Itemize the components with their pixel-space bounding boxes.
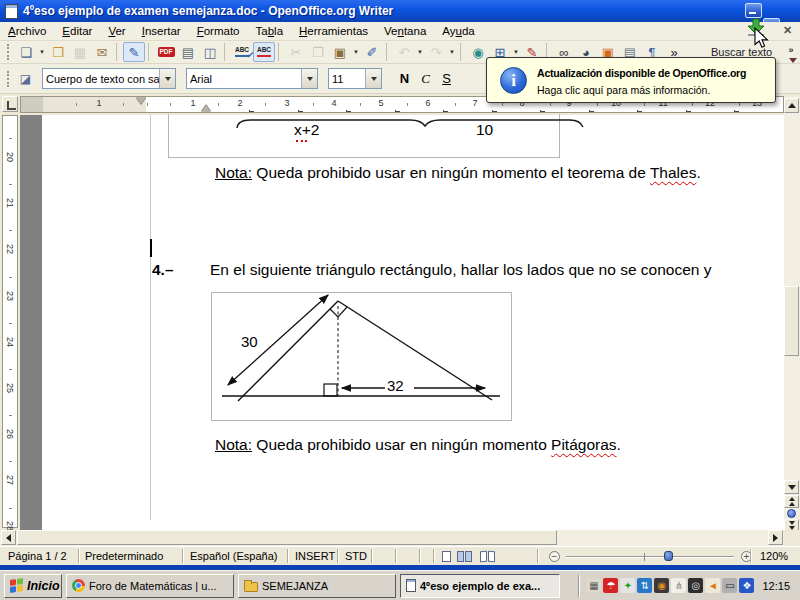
zoom-slider-thumb[interactable] <box>664 551 673 561</box>
single-page-view-icon[interactable] <box>442 551 451 562</box>
vertical-scrollbar[interactable] <box>784 96 800 530</box>
network-status-icon[interactable]: ✦ <box>620 578 635 593</box>
media-player-icon[interactable]: ◉ <box>654 578 669 593</box>
status-page-count[interactable]: Página 1 / 2 <box>8 550 67 562</box>
save-button[interactable]: ▦ <box>69 42 91 62</box>
menu-insertar[interactable]: Insertar <box>134 23 189 39</box>
status-language[interactable]: Español (España) <box>190 550 277 562</box>
paste-icon: ▣ <box>334 45 346 60</box>
antivirus-icon[interactable]: ☂ <box>603 578 618 593</box>
format-paintbrush-button[interactable]: ✐ <box>361 42 383 62</box>
status-page-style[interactable]: Predeterminado <box>85 550 163 562</box>
keyboard-icon[interactable]: ▦ <box>586 578 601 593</box>
menu-ver[interactable]: Ver <box>100 23 133 39</box>
writer-app-icon <box>5 4 18 19</box>
font-name-combo[interactable]: Arial <box>186 68 318 89</box>
status-insert-mode[interactable]: INSERT <box>295 550 335 562</box>
menu-ventana[interactable]: Ventana <box>376 23 434 39</box>
undo-dropdown-icon[interactable]: ▼ <box>415 42 425 62</box>
scroll-up-icon[interactable] <box>784 98 799 113</box>
power-icon[interactable]: ⋔ <box>671 578 686 593</box>
multi-page-view-icon[interactable] <box>457 551 464 562</box>
update-notification-popup[interactable]: i Actualización disponible de OpenOffice… <box>486 57 776 103</box>
spellcheck-button[interactable]: ABC✓ <box>231 42 253 62</box>
print-button[interactable]: ▤ <box>177 42 199 62</box>
menu-archivo[interactable]: Archivo <box>0 23 54 39</box>
menu-ayuda[interactable]: Ayuda <box>434 23 482 39</box>
styles-panel-icon[interactable]: ◪ <box>16 69 35 89</box>
zoom-slider-track[interactable] <box>566 556 734 558</box>
volume-icon[interactable]: ◄ <box>705 578 720 593</box>
p2p-icon[interactable]: ⇅ <box>637 578 652 593</box>
copy-button[interactable]: ❐ <box>307 42 329 62</box>
book-view-icon[interactable] <box>480 551 487 563</box>
menu-formato[interactable]: Formato <box>189 23 248 39</box>
scroll-left-icon[interactable] <box>1 530 16 545</box>
menu-tabla[interactable]: Tabla <box>248 23 292 39</box>
close-document-icon[interactable]: ✕ <box>783 24 792 37</box>
navigation-icon[interactable] <box>787 509 796 518</box>
ruler-tick <box>502 103 503 106</box>
horizontal-scrollbar[interactable] <box>0 530 784 546</box>
display-icon[interactable]: ▭ <box>722 578 737 593</box>
edit-file-button[interactable]: ✎ <box>123 42 145 62</box>
hscroll-thumb[interactable] <box>17 530 557 545</box>
toolbar-scroll-down-icon[interactable] <box>789 58 797 63</box>
status-separator <box>537 549 539 563</box>
redo-dropdown-icon[interactable]: ▼ <box>447 42 457 62</box>
page-preview-button[interactable]: ◫ <box>199 42 221 62</box>
first-line-indent-marker[interactable] <box>136 97 146 104</box>
zoom-level[interactable]: 120% <box>760 550 788 562</box>
paragraph-style-combo[interactable]: Cuerpo de texto con sa <box>42 68 176 89</box>
menu-herramientas[interactable]: Herramientas <box>291 23 376 39</box>
font-dropdown-icon[interactable] <box>301 69 317 88</box>
ruler-tick <box>170 103 171 106</box>
toolbar-overflow-icon[interactable]: » <box>784 43 798 56</box>
redo-button[interactable]: ↷ <box>425 42 447 62</box>
bluetooth-icon[interactable]: ❖ <box>739 578 754 593</box>
email-button[interactable]: ✉ <box>91 42 113 62</box>
ruler-tick <box>123 103 124 106</box>
new-document-button[interactable]: ❏ <box>15 42 37 62</box>
browser-task[interactable]: Foro de Matemáticas | u... <box>66 574 234 598</box>
export-pdf-button[interactable]: PDF <box>155 42 177 62</box>
previous-page-icon[interactable] <box>784 495 799 508</box>
status-selection-mode[interactable]: STD <box>345 550 367 562</box>
paste-dropdown-icon[interactable]: ▼ <box>351 42 361 62</box>
writer-task[interactable]: 4ºeso ejemplo de exa... <box>400 574 560 598</box>
start-button[interactable]: Inicio <box>4 574 62 598</box>
note-misspelled-word: Thales <box>650 164 697 181</box>
new-document-dropdown-icon[interactable]: ▼ <box>37 42 47 62</box>
notification-message[interactable]: Haga clic aquí para más información. <box>537 84 710 96</box>
ruler-number-3: 3 <box>284 98 289 108</box>
scroll-right-icon[interactable] <box>768 530 783 545</box>
book-view-icon2[interactable] <box>488 551 495 563</box>
scroll-down-icon[interactable] <box>784 480 799 494</box>
open-button[interactable]: ❒ <box>47 42 69 62</box>
camera-icon[interactable]: ◎ <box>688 578 703 593</box>
style-dropdown-icon[interactable] <box>159 69 175 88</box>
folder-task[interactable]: SEMEJANZA <box>238 574 396 598</box>
paste-button[interactable]: ▣ <box>329 42 351 62</box>
multi-page-view-icon2[interactable] <box>465 551 472 562</box>
bold-button[interactable]: N <box>395 69 414 89</box>
auto-spellcheck-button[interactable]: ABC <box>253 42 275 62</box>
underline-button[interactable]: S <box>437 69 456 89</box>
ruler-number-4: 4 <box>331 98 336 108</box>
undo-button[interactable]: ↶ <box>393 42 415 62</box>
menu-editar[interactable]: Editar <box>54 23 100 39</box>
size-dropdown-icon[interactable] <box>365 69 381 88</box>
minimize-button[interactable] <box>745 3 762 18</box>
vertical-ruler[interactable]: 202122232425262728 <box>2 115 18 528</box>
taskbar-clock[interactable]: 12:15 <box>756 580 794 592</box>
left-indent-marker[interactable] <box>201 105 211 112</box>
font-size-combo[interactable]: 11 <box>328 68 382 89</box>
tab-type-selector[interactable] <box>2 96 18 112</box>
cut-button[interactable]: ✂ <box>285 42 307 62</box>
zoom-out-icon[interactable]: − <box>549 551 560 562</box>
toolbar-grip[interactable] <box>7 71 12 87</box>
italic-button[interactable]: C <box>416 69 435 89</box>
toolbar-grip[interactable] <box>7 44 12 60</box>
default-tab-mark <box>686 110 691 112</box>
vscroll-thumb[interactable] <box>784 286 799 356</box>
